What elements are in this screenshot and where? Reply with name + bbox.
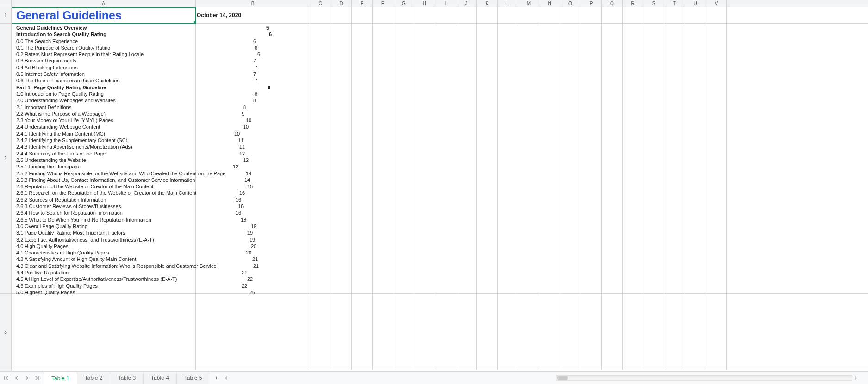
cell[interactable] [352,24,373,293]
cell[interactable] [539,7,560,23]
cell[interactable] [352,294,373,370]
col-header-L[interactable]: L [498,0,518,7]
cell[interactable] [310,7,331,23]
cell[interactable] [706,24,727,293]
col-header-J[interactable]: J [456,0,477,7]
cell[interactable] [414,24,435,293]
cell[interactable] [435,24,456,293]
col-header-O[interactable]: O [560,0,581,7]
cell[interactable] [477,294,498,370]
hscroll-left-icon[interactable] [223,375,230,381]
cell[interactable] [664,294,685,370]
col-header-I[interactable]: I [435,0,456,7]
col-header-U[interactable]: U [685,0,706,7]
cell[interactable] [310,24,331,293]
cell[interactable] [560,7,581,23]
cell[interactable] [498,294,518,370]
cell[interactable] [581,294,602,370]
col-header-N[interactable]: N [539,0,560,7]
cell[interactable] [602,294,623,370]
cell-A2[interactable]: General Guidelines OverviewIntroduction … [12,24,196,293]
cell[interactable] [373,294,393,370]
col-header-K[interactable]: K [477,0,498,7]
cell[interactable] [685,24,706,293]
cell[interactable] [414,294,435,370]
cell[interactable] [498,7,518,23]
cell[interactable] [560,24,581,293]
col-header-F[interactable]: F [373,0,393,7]
hscroll-thumb[interactable] [557,376,568,380]
col-header-S[interactable]: S [643,0,664,7]
cell[interactable] [393,294,414,370]
cell[interactable] [643,7,664,23]
cell-B3[interactable] [196,294,310,370]
cell[interactable] [477,24,498,293]
cell[interactable] [518,24,539,293]
cell-A3[interactable] [12,294,196,370]
cell[interactable] [518,294,539,370]
cell[interactable] [539,294,560,370]
cell[interactable] [352,7,373,23]
cell[interactable] [664,7,685,23]
cell[interactable] [393,24,414,293]
cell[interactable] [623,24,643,293]
col-header-C[interactable]: C [310,0,331,7]
cell[interactable] [560,294,581,370]
add-sheet-button[interactable]: + [210,372,223,384]
cell[interactable] [706,294,727,370]
cell[interactable] [602,24,623,293]
cell[interactable] [602,7,623,23]
cell[interactable] [664,24,685,293]
cell[interactable] [456,24,477,293]
cell-A1[interactable]: General Guidelines [12,7,196,23]
col-header-M[interactable]: M [518,0,539,7]
cell[interactable] [456,7,477,23]
sheet-tab[interactable]: Table 4 [144,372,177,384]
cell[interactable] [331,294,352,370]
cell[interactable] [581,7,602,23]
cell[interactable] [435,294,456,370]
tab-first-icon[interactable] [3,374,10,382]
cell[interactable] [685,294,706,370]
cell-B2[interactable]: 5666677778888910101011111212121414151616… [196,24,310,293]
cell[interactable] [393,7,414,23]
cell[interactable] [706,7,727,23]
cell-B1[interactable]: October 14, 2020 [196,7,310,23]
col-header-A[interactable]: A [12,0,196,7]
row-header-1[interactable]: 1 [0,7,11,24]
tab-next-icon[interactable] [23,374,31,382]
cell[interactable] [581,24,602,293]
col-header-Q[interactable]: Q [602,0,623,7]
sheet-tab[interactable]: Table 5 [177,372,210,384]
cell[interactable] [331,7,352,23]
cell[interactable] [623,294,643,370]
col-header-R[interactable]: R [623,0,643,7]
cell[interactable] [435,7,456,23]
hscroll-track[interactable] [556,375,852,381]
col-header-P[interactable]: P [581,0,602,7]
cell[interactable] [498,24,518,293]
col-header-T[interactable]: T [664,0,685,7]
cell[interactable] [685,7,706,23]
sheet-tab[interactable]: Table 1 [44,372,77,384]
cell[interactable] [310,294,331,370]
sheet-tab[interactable]: Table 2 [77,372,111,384]
col-header-V[interactable]: V [706,0,727,7]
select-all-corner[interactable] [0,0,12,7]
grid-area[interactable]: General Guidelines October 14, 2020 Gene… [12,7,868,371]
tab-last-icon[interactable] [33,374,41,382]
cell[interactable] [373,7,393,23]
col-header-G[interactable]: G [393,0,414,7]
row-header-2[interactable]: 2 [0,24,11,294]
cell[interactable] [331,24,352,293]
col-header-B[interactable]: B [196,0,310,7]
row-header-3[interactable]: 3 [0,294,11,370]
tab-prev-icon[interactable] [13,374,20,382]
col-header-E[interactable]: E [352,0,373,7]
cell[interactable] [623,7,643,23]
cell[interactable] [643,24,664,293]
cell[interactable] [414,7,435,23]
cell[interactable] [643,294,664,370]
cell[interactable] [456,294,477,370]
col-header-D[interactable]: D [331,0,352,7]
